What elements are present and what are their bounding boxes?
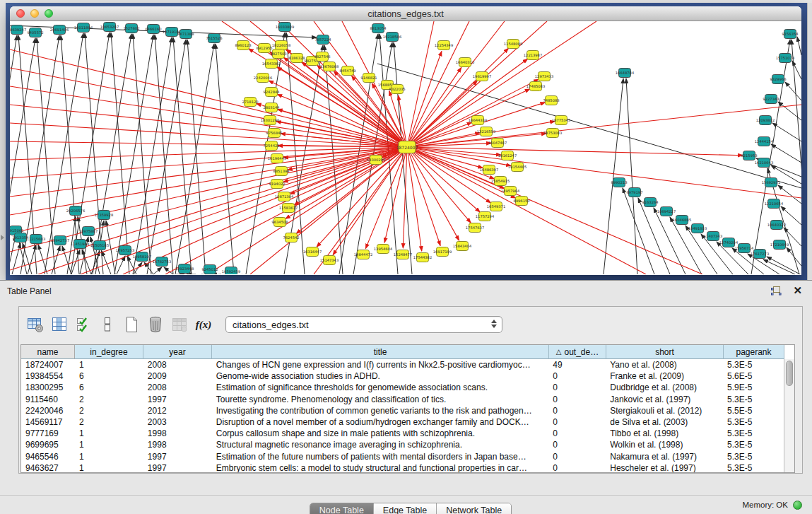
graph-node[interactable]: 11215683 (27, 235, 45, 244)
import-table-button[interactable] (167, 313, 192, 337)
graph-node[interactable]: 17210649 (770, 240, 789, 250)
graph-node[interactable]: 11548098 (504, 40, 522, 49)
graph-node[interactable]: 8186328 (288, 54, 305, 63)
graph-node[interactable]: 19154405 (508, 163, 526, 172)
graph-node[interactable]: 16196445 (268, 154, 286, 163)
graph-node[interactable]: 19218586 (383, 33, 401, 42)
table-selector-dropdown[interactable]: citations_edges.txt (225, 316, 502, 333)
delete-table-button[interactable] (143, 313, 167, 337)
graph-node[interactable]: 16033809 (276, 23, 294, 32)
graph-node[interactable]: 11407343 (704, 232, 722, 241)
graph-node[interactable]: 12213987 (524, 51, 542, 60)
graph-node[interactable]: 6466160 (145, 25, 161, 34)
graph-node[interactable]: 12444154 (755, 137, 774, 146)
scrollbar-thumb[interactable] (786, 361, 793, 386)
column-visibility-button[interactable] (71, 313, 95, 337)
graph-node[interactable]: 9329966 (770, 75, 786, 84)
column-header-title[interactable]: title (212, 345, 549, 359)
graph-node[interactable]: 1527602 (123, 24, 139, 33)
graph-node[interactable]: 10491603 (688, 224, 707, 233)
graph-node[interactable]: 18775345 (552, 116, 570, 125)
table-vertical-scrollbar[interactable] (784, 359, 794, 472)
graph-node[interactable]: 20691406 (50, 25, 69, 35)
graph-node[interactable]: 13942737 (51, 236, 69, 245)
graph-node[interactable]: 17544382 (413, 253, 432, 262)
table-row[interactable]: 946554611997Estimation of the future num… (21, 451, 784, 462)
graph-node[interactable]: 13954604 (374, 245, 393, 254)
graph-node[interactable]: 11451944 (71, 240, 90, 249)
column-header-out_de[interactable]: △out_de… (549, 345, 606, 359)
table-row[interactable]: 2242004622012Investigating the contribut… (21, 405, 784, 416)
graph-node[interactable]: 16782753 (153, 257, 171, 267)
graph-node[interactable]: 16046885 (673, 216, 691, 225)
table-row[interactable]: 1872400712008Changes of HCN gene express… (21, 359, 784, 370)
graph-node[interactable]: 10975887 (79, 227, 98, 236)
graph-node[interactable]: 10592459 (222, 267, 240, 275)
graph-node[interactable]: 9146821 (360, 74, 377, 83)
show-columns-button[interactable] (47, 313, 71, 337)
graph-node[interactable]: 7857224 (314, 35, 331, 45)
graph-node[interactable]: 14844472 (354, 250, 372, 259)
table-row[interactable]: 977716911998Corpus callosum shape and si… (21, 428, 784, 439)
graph-node[interactable]: 9634508 (271, 218, 288, 227)
graph-node[interactable]: 9756845 (266, 129, 282, 138)
graph-node[interactable]: 18226058 (272, 41, 290, 50)
graph-node[interactable]: 2718120 (242, 98, 258, 107)
row-selection-mode-button[interactable] (95, 313, 119, 337)
graph-node[interactable]: 7485083 (543, 96, 559, 105)
graph-node[interactable]: 20206576 (66, 206, 85, 216)
graph-node[interactable]: 18639247 (10, 25, 26, 35)
graph-node[interactable]: 16917199 (433, 247, 452, 257)
panel-collapse-arrow-icon[interactable] (1, 235, 4, 240)
graph-node[interactable]: 9245012 (201, 265, 218, 274)
table-row[interactable]: 1938455462009Genome-wide association stu… (21, 370, 784, 382)
graph-node[interactable]: 16316447 (303, 247, 322, 257)
graph-node[interactable]: 12254349 (435, 41, 453, 50)
graph-node[interactable]: 8960123 (235, 41, 251, 50)
graph-node[interactable]: 8990213 (611, 178, 627, 187)
graph-node[interactable]: 8996150 (513, 197, 529, 206)
graph-node[interactable]: 16640310 (456, 58, 474, 67)
graph-hub-node[interactable]: 18724007 (396, 141, 418, 153)
table-row[interactable]: 1830029562008Estimation of significance … (21, 382, 784, 393)
graph-node[interactable]: 10871304 (275, 192, 294, 201)
network-canvas[interactable]: 1863924794055722069140616011896106532871… (10, 21, 801, 274)
graph-node[interactable]: 9827546 (314, 52, 330, 62)
graph-node[interactable]: 16648784 (616, 69, 635, 78)
graph-node[interactable]: 8813054 (370, 24, 387, 33)
graph-node[interactable]: 16549371 (487, 202, 505, 211)
network-window-titlebar[interactable]: citations_edges.txt (10, 6, 801, 21)
graph-node[interactable]: 23676068 (320, 62, 339, 71)
graph-node[interactable]: 4671388 (177, 30, 194, 39)
graph-node[interactable]: 16047487 (488, 139, 507, 148)
graph-node[interactable]: 7624542 (283, 233, 299, 243)
graph-node[interactable]: 18161247 (498, 151, 517, 160)
graph-node[interactable]: 18753083 (543, 129, 562, 138)
graph-node[interactable]: 19619997 (473, 72, 491, 81)
graph-node[interactable]: 16011896 (74, 23, 93, 33)
column-header-year[interactable]: year (143, 345, 212, 359)
network-window[interactable]: citations_edges.txt 18639247940557220691… (10, 6, 801, 275)
graph-node[interactable]: 15843404 (453, 242, 472, 251)
graph-node[interactable]: 7515526 (206, 34, 222, 43)
graph-node[interactable]: 9156354 (782, 30, 799, 39)
graph-node[interactable]: 15692931 (762, 178, 780, 187)
graph-node[interactable]: 10694227 (657, 207, 676, 216)
graph-node[interactable]: 10653287 (100, 23, 119, 32)
graph-node[interactable]: 17547637 (466, 223, 484, 233)
graph-node[interactable]: 15147343 (320, 256, 339, 265)
float-panel-icon[interactable] (771, 286, 782, 296)
table-row[interactable]: 946362711997Embryonic stem cells: a mode… (21, 462, 784, 472)
table-options-button[interactable] (23, 313, 47, 337)
table-row[interactable]: 1456911722003Disruption of a novel membe… (21, 416, 784, 428)
table-row[interactable]: 969969511998Structural magnetic resonanc… (21, 439, 784, 450)
graph-node[interactable]: 9163264 (642, 198, 659, 207)
graph-node[interactable]: 8322035 (389, 85, 405, 94)
graph-node[interactable]: 2803144 (263, 103, 280, 112)
graph-node[interactable]: 9242844 (263, 88, 280, 97)
graph-node[interactable]: 9227343 (763, 95, 779, 104)
graph-node[interactable]: 12210654 (765, 199, 784, 209)
graph-node[interactable]: 11757294 (476, 212, 495, 221)
close-panel-icon[interactable]: ✕ (793, 286, 802, 296)
graph-node[interactable]: 8215953 (741, 151, 757, 160)
